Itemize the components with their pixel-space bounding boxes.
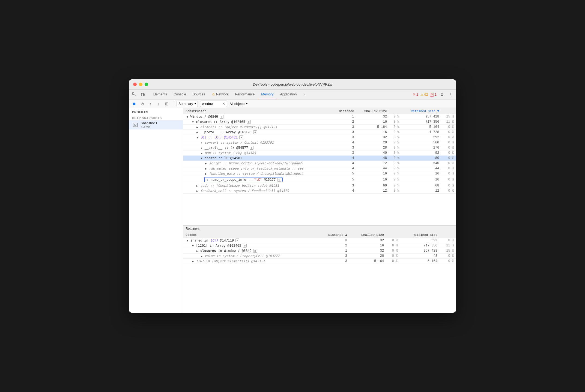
tab-more-label: » bbox=[303, 92, 305, 96]
download-button[interactable]: ↓ bbox=[156, 101, 162, 107]
summary-select[interactable]: Summary ▾ bbox=[177, 101, 198, 107]
link-icon[interactable]: ⊞ bbox=[243, 244, 247, 248]
table-row[interactable]: ▼ [1201] in Array @102465 ⊞ 2 16 0 % 717… bbox=[183, 243, 456, 248]
expand-arrow-icon[interactable]: ▶ bbox=[204, 172, 208, 176]
close-button[interactable] bbox=[133, 83, 137, 86]
device-icon[interactable] bbox=[140, 91, 146, 98]
tab-application[interactable]: Application bbox=[277, 90, 300, 99]
table-row-highlighted[interactable]: ▶ name_or_scope_info :: "lC" @15177 ⊞ 5 … bbox=[183, 176, 456, 183]
upper-table-container[interactable]: Constructor Distance Shallow Size Retain… bbox=[183, 108, 456, 225]
expand-arrow-icon[interactable]: ▶ bbox=[195, 249, 199, 253]
inspect-icon[interactable] bbox=[131, 91, 138, 98]
link-icon[interactable]: ⊞ bbox=[247, 120, 251, 124]
expand-arrow-icon[interactable]: ▶ bbox=[191, 259, 195, 263]
shallow-pct-cell: 0 % bbox=[389, 114, 402, 119]
table-row[interactable]: ▶ map :: system / Map @54585 3 40 0 % 92… bbox=[183, 150, 456, 156]
collect-button[interactable]: ⊞ bbox=[164, 101, 170, 107]
distance-cell: 2 bbox=[318, 243, 349, 248]
settings-icon[interactable]: ⚙ bbox=[439, 91, 445, 98]
tab-performance[interactable]: Performance bbox=[232, 90, 258, 99]
expand-arrow-icon[interactable]: ▼ bbox=[195, 135, 199, 139]
expand-arrow-icon[interactable]: ▶ bbox=[204, 161, 208, 165]
table-row[interactable]: ▶ elements :: (object elements)[] @14712… bbox=[183, 125, 456, 130]
link-icon[interactable]: ⊞ bbox=[253, 130, 257, 134]
table-row[interactable]: ▼ shared in lC() @147119 ⊞ 3 32 0 % 592 … bbox=[183, 238, 456, 243]
table-row[interactable]: ▶ value in system / PropertyCell @103777… bbox=[183, 254, 456, 259]
maximize-button[interactable] bbox=[145, 83, 148, 86]
table-row[interactable]: ▶ raw_outer_scope_info_or_feedback_metad… bbox=[183, 166, 456, 171]
filter-input-container[interactable]: ✕ bbox=[200, 101, 227, 107]
expand-arrow-icon[interactable]: ▼ bbox=[200, 156, 204, 160]
expand-arrow-icon[interactable]: ▶ bbox=[195, 125, 199, 129]
table-row[interactable]: ▶ closures in Window / @6849 ⊞ 1 32 0 % … bbox=[183, 248, 456, 254]
retained-pct-cell: 0 % bbox=[441, 135, 456, 140]
shallow-pct-cell: 0 % bbox=[389, 176, 402, 183]
link-icon[interactable]: ⊞ bbox=[239, 135, 243, 139]
constructor-text: closures :: Array @102465 bbox=[196, 120, 245, 124]
expand-arrow-icon[interactable]: ▶ bbox=[200, 151, 204, 155]
expand-arrow-icon[interactable]: ▼ bbox=[186, 239, 189, 242]
link-icon[interactable]: ⊞ bbox=[250, 146, 253, 150]
retained-pct-cell: 0 % bbox=[441, 130, 456, 135]
object-cell: ▶ 1201 in (object elements)[] @147121 bbox=[183, 259, 318, 264]
table-row[interactable]: ▼ closures :: Array @102465 ⊞ 2 16 0 % 7… bbox=[183, 119, 456, 125]
distance-cell: 3 bbox=[333, 130, 356, 135]
table-row[interactable]: ▶ __proto__ :: () @54577 ⊞ 3 28 0 % 276 … bbox=[183, 145, 456, 150]
link-icon[interactable]: ⊞ bbox=[277, 178, 281, 182]
table-row[interactable]: ▶ context :: system / Context @153701 4 … bbox=[183, 140, 456, 145]
sidebar-item-snapshot1[interactable]: Snapshot 1 6.3 MB bbox=[129, 120, 183, 129]
table-row[interactable]: ▶ code :: (CompileLazy builtin code) @19… bbox=[183, 183, 456, 188]
stop-button[interactable]: ⊘ bbox=[139, 101, 145, 107]
object-text: [1201] in Array @102465 bbox=[196, 244, 241, 248]
tab-memory[interactable]: Memory bbox=[258, 90, 277, 99]
expand-arrow-icon[interactable]: ▶ bbox=[200, 146, 204, 150]
tab-elements[interactable]: Elements bbox=[150, 90, 170, 99]
shallow-size-cell: 72 bbox=[356, 161, 389, 166]
shallow-pct-cell: 0 % bbox=[389, 150, 402, 156]
retained-size-cell: 12 bbox=[402, 188, 441, 194]
tab-sources[interactable]: Sources bbox=[189, 90, 208, 99]
tab-more[interactable]: » bbox=[300, 90, 309, 99]
table-row-selected[interactable]: ▼ shared :: lC @54581 4 48 0 % 80 0 % bbox=[183, 156, 456, 161]
retainers-col-distance[interactable]: Distance ▲ bbox=[318, 232, 349, 238]
constructor-text: context :: system / Context @153701 bbox=[205, 141, 274, 144]
table-row[interactable]: ▼ Window / @6849 ⊞ 1 32 0 % 957 428 15 % bbox=[183, 114, 456, 119]
objects-select[interactable]: All objects ▾ bbox=[229, 102, 247, 106]
upload-button[interactable]: ↑ bbox=[147, 101, 153, 107]
table-row[interactable]: ▶ feedback_cell :: system / FeedbackCell… bbox=[183, 188, 456, 194]
expand-arrow-icon[interactable]: ▶ bbox=[200, 254, 204, 258]
clear-filter-icon[interactable]: ✕ bbox=[222, 102, 225, 106]
expand-arrow-icon[interactable]: ▶ bbox=[195, 130, 199, 134]
minimize-button[interactable] bbox=[139, 83, 142, 86]
more-options-icon[interactable]: ⋮ bbox=[447, 91, 454, 98]
distance-cell: 3 bbox=[333, 145, 356, 150]
shallow-pct-cell: 0 % bbox=[389, 183, 402, 188]
objects-label: All objects bbox=[229, 102, 245, 106]
table-row[interactable]: ▼ [0] :: lC() @145421 ⊞ 3 32 0 % 592 0 % bbox=[183, 135, 456, 140]
expand-arrow-icon[interactable]: ▶ bbox=[195, 184, 199, 188]
filter-input[interactable] bbox=[202, 102, 221, 106]
expand-arrow-icon[interactable]: ▶ bbox=[200, 141, 204, 144]
col-retained-size[interactable]: Retained Size ▼ bbox=[402, 108, 441, 114]
tab-console[interactable]: Console bbox=[170, 90, 189, 99]
expand-arrow-icon[interactable]: ▶ bbox=[195, 189, 199, 193]
record-button[interactable]: ⏺ bbox=[131, 101, 137, 107]
table-row[interactable]: ▶ 1201 in (object elements)[] @147121 3 … bbox=[183, 259, 456, 264]
expand-arrow-icon[interactable]: ▼ bbox=[191, 120, 195, 124]
expand-arrow-icon[interactable]: ▶ bbox=[206, 178, 210, 182]
constructor-text: feedback_cell :: system / FeedbackCell @… bbox=[200, 189, 289, 193]
expand-arrow-icon[interactable]: ▼ bbox=[191, 244, 195, 248]
link-icon[interactable]: ⊞ bbox=[235, 239, 239, 242]
retainers-table-container[interactable]: Object Distance ▲ Shallow Size Retained … bbox=[183, 232, 456, 313]
table-row[interactable]: ▶ function_data :: system / UncompiledDa… bbox=[183, 171, 456, 176]
constructor-cell: ▼ closures :: Array @102465 ⊞ bbox=[183, 119, 333, 125]
retained-pct-cell: 0 % bbox=[441, 145, 456, 150]
expand-arrow-icon[interactable]: ▼ bbox=[186, 115, 189, 119]
expand-arrow-icon[interactable]: ▶ bbox=[204, 167, 208, 170]
link-icon[interactable]: ⊞ bbox=[220, 115, 223, 119]
link-icon[interactable]: ⊞ bbox=[253, 249, 257, 253]
tab-network[interactable]: ⚠ Network bbox=[208, 90, 232, 99]
table-row[interactable]: ▶ __proto__ :: Array @145193 ⊞ 3 16 0 % … bbox=[183, 130, 456, 135]
col-retained-pct bbox=[441, 108, 456, 114]
table-row[interactable]: ▶ script :: https://cdpn.io/web-dot-dev/… bbox=[183, 161, 456, 166]
